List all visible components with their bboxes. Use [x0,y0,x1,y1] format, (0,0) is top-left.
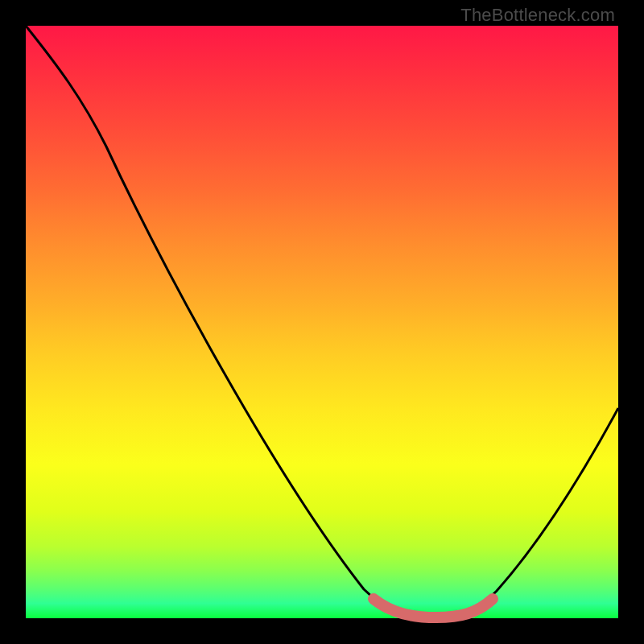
bottleneck-curve [26,26,618,617]
chart-svg [26,26,618,618]
watermark-text: TheBottleneck.com [460,5,615,26]
sweet-spot-highlight [374,599,493,617]
chart-frame [26,26,618,618]
